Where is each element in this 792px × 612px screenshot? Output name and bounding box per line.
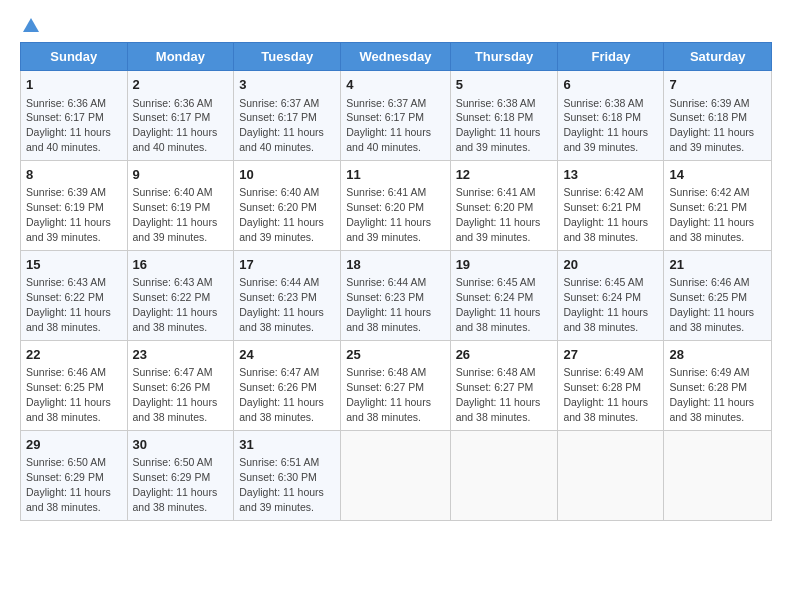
calendar-cell: 28 Sunrise: 6:49 AMSunset: 6:28 PMDaylig…: [664, 340, 772, 430]
calendar-header-row: SundayMondayTuesdayWednesdayThursdayFrid…: [21, 43, 772, 71]
day-info: Sunrise: 6:40 AMSunset: 6:19 PMDaylight:…: [133, 186, 218, 243]
calendar-cell: 18 Sunrise: 6:44 AMSunset: 6:23 PMDaylig…: [341, 250, 450, 340]
day-number: 10: [239, 166, 335, 184]
page-header: [20, 16, 772, 34]
day-number: 18: [346, 256, 444, 274]
day-number: 24: [239, 346, 335, 364]
calendar-cell: [664, 430, 772, 520]
day-number: 3: [239, 76, 335, 94]
calendar-cell: 2 Sunrise: 6:36 AMSunset: 6:17 PMDayligh…: [127, 71, 234, 161]
calendar-cell: 30 Sunrise: 6:50 AMSunset: 6:29 PMDaylig…: [127, 430, 234, 520]
day-number: 16: [133, 256, 229, 274]
day-number: 28: [669, 346, 766, 364]
calendar-cell: 27 Sunrise: 6:49 AMSunset: 6:28 PMDaylig…: [558, 340, 664, 430]
day-info: Sunrise: 6:43 AMSunset: 6:22 PMDaylight:…: [26, 276, 111, 333]
calendar-cell: 23 Sunrise: 6:47 AMSunset: 6:26 PMDaylig…: [127, 340, 234, 430]
day-number: 11: [346, 166, 444, 184]
day-info: Sunrise: 6:49 AMSunset: 6:28 PMDaylight:…: [563, 366, 648, 423]
calendar-week-row: 15 Sunrise: 6:43 AMSunset: 6:22 PMDaylig…: [21, 250, 772, 340]
calendar-cell: 17 Sunrise: 6:44 AMSunset: 6:23 PMDaylig…: [234, 250, 341, 340]
day-info: Sunrise: 6:44 AMSunset: 6:23 PMDaylight:…: [239, 276, 324, 333]
calendar-cell: 19 Sunrise: 6:45 AMSunset: 6:24 PMDaylig…: [450, 250, 558, 340]
logo: [20, 16, 40, 34]
day-info: Sunrise: 6:45 AMSunset: 6:24 PMDaylight:…: [563, 276, 648, 333]
day-info: Sunrise: 6:43 AMSunset: 6:22 PMDaylight:…: [133, 276, 218, 333]
day-info: Sunrise: 6:46 AMSunset: 6:25 PMDaylight:…: [26, 366, 111, 423]
calendar-cell: 26 Sunrise: 6:48 AMSunset: 6:27 PMDaylig…: [450, 340, 558, 430]
calendar-cell: 4 Sunrise: 6:37 AMSunset: 6:17 PMDayligh…: [341, 71, 450, 161]
day-number: 14: [669, 166, 766, 184]
day-number: 29: [26, 436, 122, 454]
day-info: Sunrise: 6:42 AMSunset: 6:21 PMDaylight:…: [669, 186, 754, 243]
day-number: 30: [133, 436, 229, 454]
calendar-header-monday: Monday: [127, 43, 234, 71]
day-info: Sunrise: 6:39 AMSunset: 6:18 PMDaylight:…: [669, 97, 754, 154]
calendar-cell: 10 Sunrise: 6:40 AMSunset: 6:20 PMDaylig…: [234, 160, 341, 250]
calendar-header-thursday: Thursday: [450, 43, 558, 71]
day-info: Sunrise: 6:41 AMSunset: 6:20 PMDaylight:…: [346, 186, 431, 243]
calendar-cell: 15 Sunrise: 6:43 AMSunset: 6:22 PMDaylig…: [21, 250, 128, 340]
calendar-week-row: 8 Sunrise: 6:39 AMSunset: 6:19 PMDayligh…: [21, 160, 772, 250]
day-number: 2: [133, 76, 229, 94]
day-info: Sunrise: 6:39 AMSunset: 6:19 PMDaylight:…: [26, 186, 111, 243]
day-number: 22: [26, 346, 122, 364]
day-number: 12: [456, 166, 553, 184]
calendar-cell: [558, 430, 664, 520]
day-number: 27: [563, 346, 658, 364]
calendar-cell: 9 Sunrise: 6:40 AMSunset: 6:19 PMDayligh…: [127, 160, 234, 250]
calendar-header-tuesday: Tuesday: [234, 43, 341, 71]
day-number: 1: [26, 76, 122, 94]
day-info: Sunrise: 6:42 AMSunset: 6:21 PMDaylight:…: [563, 186, 648, 243]
calendar-cell: 8 Sunrise: 6:39 AMSunset: 6:19 PMDayligh…: [21, 160, 128, 250]
day-number: 26: [456, 346, 553, 364]
day-number: 25: [346, 346, 444, 364]
calendar-cell: 21 Sunrise: 6:46 AMSunset: 6:25 PMDaylig…: [664, 250, 772, 340]
calendar-header-saturday: Saturday: [664, 43, 772, 71]
day-number: 21: [669, 256, 766, 274]
day-info: Sunrise: 6:36 AMSunset: 6:17 PMDaylight:…: [26, 97, 111, 154]
calendar-cell: 20 Sunrise: 6:45 AMSunset: 6:24 PMDaylig…: [558, 250, 664, 340]
calendar-cell: 11 Sunrise: 6:41 AMSunset: 6:20 PMDaylig…: [341, 160, 450, 250]
calendar-week-row: 22 Sunrise: 6:46 AMSunset: 6:25 PMDaylig…: [21, 340, 772, 430]
day-number: 13: [563, 166, 658, 184]
day-info: Sunrise: 6:49 AMSunset: 6:28 PMDaylight:…: [669, 366, 754, 423]
calendar-cell: 13 Sunrise: 6:42 AMSunset: 6:21 PMDaylig…: [558, 160, 664, 250]
calendar-cell: 22 Sunrise: 6:46 AMSunset: 6:25 PMDaylig…: [21, 340, 128, 430]
day-info: Sunrise: 6:41 AMSunset: 6:20 PMDaylight:…: [456, 186, 541, 243]
day-info: Sunrise: 6:38 AMSunset: 6:18 PMDaylight:…: [563, 97, 648, 154]
day-info: Sunrise: 6:37 AMSunset: 6:17 PMDaylight:…: [346, 97, 431, 154]
calendar-cell: 24 Sunrise: 6:47 AMSunset: 6:26 PMDaylig…: [234, 340, 341, 430]
day-number: 31: [239, 436, 335, 454]
day-number: 19: [456, 256, 553, 274]
day-number: 4: [346, 76, 444, 94]
day-info: Sunrise: 6:46 AMSunset: 6:25 PMDaylight:…: [669, 276, 754, 333]
day-number: 7: [669, 76, 766, 94]
day-number: 5: [456, 76, 553, 94]
calendar-cell: 31 Sunrise: 6:51 AMSunset: 6:30 PMDaylig…: [234, 430, 341, 520]
calendar-cell: 14 Sunrise: 6:42 AMSunset: 6:21 PMDaylig…: [664, 160, 772, 250]
day-info: Sunrise: 6:48 AMSunset: 6:27 PMDaylight:…: [456, 366, 541, 423]
day-number: 17: [239, 256, 335, 274]
calendar-header-friday: Friday: [558, 43, 664, 71]
day-info: Sunrise: 6:51 AMSunset: 6:30 PMDaylight:…: [239, 456, 324, 513]
calendar-cell: [450, 430, 558, 520]
day-info: Sunrise: 6:38 AMSunset: 6:18 PMDaylight:…: [456, 97, 541, 154]
logo-triangle-icon: [22, 16, 40, 34]
day-info: Sunrise: 6:48 AMSunset: 6:27 PMDaylight:…: [346, 366, 431, 423]
calendar-cell: 16 Sunrise: 6:43 AMSunset: 6:22 PMDaylig…: [127, 250, 234, 340]
calendar-cell: 5 Sunrise: 6:38 AMSunset: 6:18 PMDayligh…: [450, 71, 558, 161]
day-number: 8: [26, 166, 122, 184]
calendar-cell: 3 Sunrise: 6:37 AMSunset: 6:17 PMDayligh…: [234, 71, 341, 161]
calendar-header-wednesday: Wednesday: [341, 43, 450, 71]
calendar-cell: 6 Sunrise: 6:38 AMSunset: 6:18 PMDayligh…: [558, 71, 664, 161]
svg-marker-0: [23, 18, 39, 32]
calendar-table: SundayMondayTuesdayWednesdayThursdayFrid…: [20, 42, 772, 521]
calendar-cell: 12 Sunrise: 6:41 AMSunset: 6:20 PMDaylig…: [450, 160, 558, 250]
day-number: 15: [26, 256, 122, 274]
calendar-week-row: 1 Sunrise: 6:36 AMSunset: 6:17 PMDayligh…: [21, 71, 772, 161]
calendar-header-sunday: Sunday: [21, 43, 128, 71]
calendar-cell: 1 Sunrise: 6:36 AMSunset: 6:17 PMDayligh…: [21, 71, 128, 161]
day-info: Sunrise: 6:50 AMSunset: 6:29 PMDaylight:…: [26, 456, 111, 513]
day-info: Sunrise: 6:40 AMSunset: 6:20 PMDaylight:…: [239, 186, 324, 243]
day-number: 23: [133, 346, 229, 364]
